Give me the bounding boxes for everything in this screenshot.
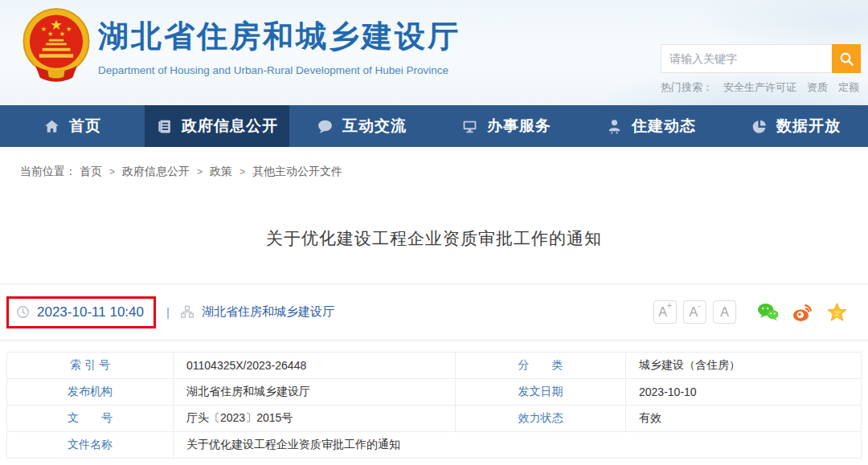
info-value-category: 城乡建设（含住房） <box>626 353 862 379</box>
search-button[interactable] <box>832 44 861 73</box>
info-label-validity: 效力状态 <box>456 406 626 432</box>
breadcrumb-item-open-files[interactable]: 其他主动公开文件 <box>252 165 342 179</box>
font-size-controls: A+ A- A <box>653 300 736 324</box>
breadcrumb: 当前位置： 首页 > 政府信息公开 > 政策 > 其他主动公开文件 <box>20 165 868 179</box>
breadcrumb-label: 当前位置： <box>20 165 76 179</box>
document-icon <box>156 118 173 135</box>
article-meta-bar: 2023-10-11 10:40 | 湖北省住房和城乡建设厅 A+ A- A <box>0 283 868 341</box>
info-value-validity: 有效 <box>626 406 862 432</box>
monitor-icon <box>461 118 478 135</box>
breadcrumb-separator: > <box>240 166 245 177</box>
nav-item-news[interactable]: 住建动态 <box>579 105 723 147</box>
info-value-agency: 湖北省住房和城乡建设厅 <box>174 379 456 406</box>
person-badge-icon <box>606 118 623 135</box>
article-meta-left: 2023-10-11 10:40 | 湖北省住房和城乡建设厅 <box>6 296 334 328</box>
clock-icon <box>16 305 30 319</box>
nav-item-label: 办事服务 <box>487 116 551 137</box>
font-smaller-button[interactable]: A- <box>683 300 706 324</box>
qzone-icon[interactable] <box>826 302 848 322</box>
article-source: 湖北省住房和城乡建设厅 <box>202 304 334 320</box>
info-value-index: 01104325X/2023-26448 <box>174 353 456 379</box>
nav-item-label: 数据开放 <box>776 116 841 137</box>
svg-text:★: ★ <box>47 31 53 38</box>
table-row: 文件名称 关于优化建设工程企业资质审批工作的通知 <box>7 432 862 459</box>
hot-search: 热门搜索： 安全生产许可证 资质 定额 <box>661 80 859 95</box>
info-label-index: 索 引 号 <box>7 353 174 379</box>
svg-text:★: ★ <box>59 31 65 38</box>
info-label-doc-name: 文件名称 <box>7 432 174 459</box>
chat-bubble-icon <box>317 118 334 135</box>
info-value-doc-number: 厅头〔2023〕2015号 <box>174 406 456 432</box>
table-row: 索 引 号 01104325X/2023-26448 分 类 城乡建设（含住房） <box>7 353 862 379</box>
search-bar <box>661 44 861 73</box>
nav-item-label: 互动交流 <box>342 116 407 137</box>
publish-time: 2023-10-11 10:40 <box>37 304 144 320</box>
search-icon <box>839 51 854 67</box>
site-title: 湖北省住房和城乡建设厅 <box>98 16 461 57</box>
page: ★ ★ ★ ★ ★ 湖北省住房和城乡建设厅 Department of Hous… <box>0 0 868 465</box>
annotation-box: 2023-10-11 10:40 <box>6 296 156 328</box>
info-label-agency: 发布机构 <box>7 379 174 406</box>
table-row: 文 号 厅头〔2023〕2015号 效力状态 有效 <box>7 406 862 432</box>
font-larger-button[interactable]: A+ <box>653 300 677 324</box>
org-chart-icon <box>180 305 194 319</box>
meta-divider: | <box>166 305 170 319</box>
nav-item-services[interactable]: 办事服务 <box>434 105 579 147</box>
nav-item-label: 政府信息公开 <box>182 116 278 137</box>
table-row: 发布机构 湖北省住房和城乡建设厅 发文日期 2023-10-10 <box>7 379 862 406</box>
hot-search-item[interactable]: 安全生产许可证 <box>723 80 796 95</box>
search-input[interactable] <box>661 44 832 73</box>
nav-item-open-data[interactable]: 数据开放 <box>723 105 868 147</box>
breadcrumb-item-gov-info[interactable]: 政府信息公开 <box>122 165 190 179</box>
pie-chart-icon <box>751 118 768 135</box>
nav-item-label: 住建动态 <box>632 116 696 137</box>
hot-search-label: 热门搜索： <box>661 80 713 95</box>
hot-search-item[interactable]: 定额 <box>838 80 859 95</box>
svg-text:★: ★ <box>66 26 72 33</box>
info-value-issue-date: 2023-10-10 <box>626 379 862 406</box>
hot-search-item[interactable]: 资质 <box>807 80 828 95</box>
main-nav: 首页 政府信息公开 互动交流 <box>0 105 868 147</box>
site-subtitle: Department of Housing and Urban-Rural De… <box>98 64 461 76</box>
breadcrumb-separator: > <box>197 166 203 177</box>
weibo-icon[interactable] <box>792 302 813 322</box>
info-label-category: 分 类 <box>456 353 626 379</box>
info-label-issue-date: 发文日期 <box>456 379 626 406</box>
site-title-block: 湖北省住房和城乡建设厅 Department of Housing and Ur… <box>98 16 461 76</box>
article-title: 关于优化建设工程企业资质审批工作的通知 <box>0 227 868 250</box>
source-group: 湖北省住房和城乡建设厅 <box>180 304 334 320</box>
china-national-emblem-icon: ★ ★ ★ ★ ★ <box>19 6 93 87</box>
breadcrumb-separator: > <box>109 166 115 177</box>
nav-item-gov-info[interactable]: 政府信息公开 <box>145 105 289 147</box>
nav-item-label: 首页 <box>69 116 101 137</box>
wechat-icon[interactable] <box>757 302 779 322</box>
breadcrumb-item-policy[interactable]: 政策 <box>210 165 232 179</box>
document-info-table: 索 引 号 01104325X/2023-26448 分 类 城乡建设（含住房）… <box>6 352 862 459</box>
nav-item-home[interactable]: 首页 <box>0 105 145 147</box>
home-icon <box>43 118 60 135</box>
article-meta-right: A+ A- A <box>653 300 848 324</box>
svg-text:★: ★ <box>41 26 47 33</box>
font-reset-button[interactable]: A <box>713 300 736 324</box>
info-label-doc-number: 文 号 <box>7 406 174 432</box>
info-value-doc-name: 关于优化建设工程企业资质审批工作的通知 <box>174 432 862 459</box>
breadcrumb-item-home[interactable]: 首页 <box>80 165 102 179</box>
nav-item-interaction[interactable]: 互动交流 <box>289 105 434 147</box>
site-header: ★ ★ ★ ★ ★ 湖北省住房和城乡建设厅 Department of Hous… <box>0 0 868 105</box>
